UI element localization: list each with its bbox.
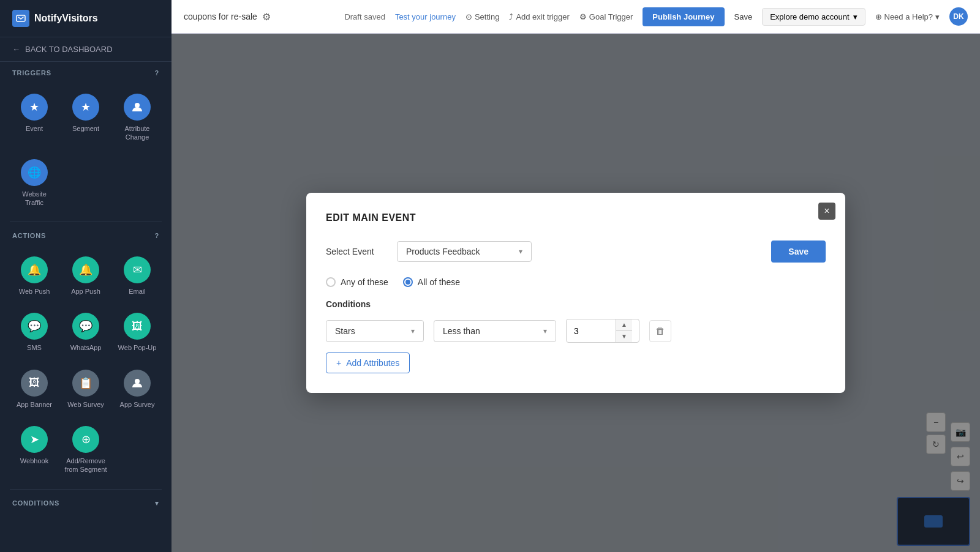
triggers-grid: ★ Event ★ Segment Attribute Change 🌐 Web… bbox=[0, 81, 172, 219]
condition-operator-dropdown[interactable]: Less than ▾ bbox=[434, 320, 556, 342]
radio-any-of-these[interactable]: Any of these bbox=[326, 277, 388, 287]
sidebar-item-web-popup[interactable]: 🖼 Web Pop-Up bbox=[113, 305, 162, 359]
sidebar-item-event[interactable]: ★ Event bbox=[10, 86, 59, 149]
event-label: Event bbox=[26, 124, 43, 133]
sidebar-item-add-remove-segment[interactable]: ⊕ Add/Remove from Segment bbox=[61, 419, 110, 482]
svg-point-2 bbox=[135, 379, 140, 384]
selected-event-value: Products Feedback bbox=[406, 247, 480, 256]
triggers-section-header: TRIGGERS ? bbox=[0, 62, 172, 81]
app-survey-label: App Survey bbox=[120, 400, 155, 409]
condition-operator-value: Less than bbox=[443, 326, 480, 336]
web-popup-label: Web Pop-Up bbox=[118, 343, 157, 352]
radio-all-of-these[interactable]: All of these bbox=[403, 277, 460, 287]
divider-1 bbox=[10, 222, 162, 222]
goal-icon: ⚙ bbox=[579, 12, 587, 21]
app-push-label: App Push bbox=[71, 287, 100, 296]
event-dropdown[interactable]: Products Feedback ▾ bbox=[397, 241, 532, 262]
svg-rect-0 bbox=[17, 15, 25, 21]
explore-chevron-icon: ▾ bbox=[853, 12, 858, 21]
trash-icon: 🗑 bbox=[655, 326, 665, 337]
number-controls: ▲ ▼ bbox=[616, 319, 632, 342]
add-attributes-button[interactable]: + Add Attributes bbox=[326, 352, 410, 373]
sidebar: NotifyVisitors ← BACK TO DASHBOARD TRIGG… bbox=[0, 0, 172, 552]
explore-demo-button[interactable]: Explore demo account ▾ bbox=[762, 8, 865, 26]
web-push-label: Web Push bbox=[19, 287, 50, 296]
app-banner-icon: 🖼 bbox=[21, 370, 48, 397]
delete-condition-button[interactable]: 🗑 bbox=[649, 320, 671, 342]
setting-icon: ⊙ bbox=[466, 12, 472, 21]
website-traffic-label: Website Traffic bbox=[12, 190, 56, 207]
goal-trigger-button[interactable]: ⚙ Goal Trigger bbox=[579, 12, 633, 21]
conditions-label: CONDITIONS bbox=[12, 499, 59, 507]
sms-label: SMS bbox=[27, 343, 42, 352]
sidebar-item-web-push[interactable]: 🔔 Web Push bbox=[10, 249, 59, 303]
radio-any-circle bbox=[326, 277, 336, 287]
add-remove-segment-label: Add/Remove from Segment bbox=[64, 457, 108, 474]
radio-all-label: All of these bbox=[418, 277, 460, 287]
conditions-section-header: CONDITIONS ▾ bbox=[0, 492, 172, 512]
back-to-dashboard[interactable]: ← BACK TO DASHBOARD bbox=[0, 37, 172, 62]
modal-save-button[interactable]: Save bbox=[771, 241, 826, 263]
sidebar-item-web-survey[interactable]: 📋 Web Survey bbox=[61, 362, 110, 416]
draft-status: Draft saved bbox=[344, 12, 385, 21]
attribute-change-icon bbox=[124, 94, 151, 121]
web-survey-label: Web Survey bbox=[67, 400, 104, 409]
test-journey-link[interactable]: Test your journey bbox=[395, 12, 456, 21]
modal-title: EDIT MAIN EVENT bbox=[326, 212, 826, 223]
select-event-label: Select Event bbox=[326, 247, 387, 256]
number-increment-button[interactable]: ▲ bbox=[616, 319, 632, 331]
sidebar-item-app-banner[interactable]: 🖼 App Banner bbox=[10, 362, 59, 416]
app-logo: NotifyVisitors bbox=[0, 0, 172, 37]
edit-main-event-modal: × EDIT MAIN EVENT Select Event Products … bbox=[306, 193, 845, 393]
condition-attribute-dropdown[interactable]: Stars ▾ bbox=[326, 320, 424, 342]
condition-value-input-group: 3 ▲ ▼ bbox=[566, 319, 639, 343]
app-push-icon: 🔔 bbox=[72, 256, 99, 283]
publish-journey-button[interactable]: Publish Journey bbox=[643, 7, 724, 26]
sidebar-item-app-survey[interactable]: App Survey bbox=[113, 362, 162, 416]
event-dropdown-chevron-icon: ▾ bbox=[519, 247, 522, 256]
segment-icon: ★ bbox=[72, 94, 99, 121]
sidebar-item-attribute-change[interactable]: Attribute Change bbox=[113, 86, 162, 149]
journey-title: coupons for re-sale ⚙ bbox=[184, 11, 271, 23]
sidebar-item-webhook[interactable]: ➤ Webhook bbox=[10, 419, 59, 482]
whatsapp-icon: 💬 bbox=[72, 313, 99, 340]
help-button[interactable]: ⊕ Need a Help? ▾ bbox=[875, 12, 940, 21]
sidebar-item-whatsapp[interactable]: 💬 WhatsApp bbox=[61, 305, 110, 359]
sidebar-item-segment[interactable]: ★ Segment bbox=[61, 86, 110, 149]
condition-value-input[interactable]: 3 bbox=[567, 321, 616, 341]
condition-attribute-value: Stars bbox=[335, 326, 355, 336]
sidebar-item-email[interactable]: ✉ Email bbox=[113, 249, 162, 303]
number-decrement-button[interactable]: ▼ bbox=[616, 331, 632, 342]
sidebar-item-website-traffic[interactable]: 🌐 Website Traffic bbox=[10, 152, 59, 215]
web-popup-icon: 🖼 bbox=[124, 313, 151, 340]
logo-icon bbox=[12, 10, 29, 27]
sidebar-item-sms[interactable]: 💬 SMS bbox=[10, 305, 59, 359]
operator-dropdown-chevron-icon: ▾ bbox=[543, 327, 547, 335]
user-avatar[interactable]: DK bbox=[949, 7, 968, 26]
radio-all-circle bbox=[403, 277, 413, 287]
setting-button[interactable]: ⊙ Setting bbox=[466, 12, 499, 21]
help-chevron-icon: ▾ bbox=[935, 12, 940, 21]
journey-settings-icon[interactable]: ⚙ bbox=[262, 11, 271, 23]
webhook-icon: ➤ bbox=[21, 426, 48, 453]
actions-help-icon: ? bbox=[154, 232, 159, 239]
svg-point-1 bbox=[135, 103, 140, 108]
modal-close-button[interactable]: × bbox=[818, 203, 835, 220]
add-remove-segment-icon: ⊕ bbox=[72, 426, 99, 453]
help-icon: ⊕ bbox=[875, 12, 882, 21]
radio-any-label: Any of these bbox=[341, 277, 388, 287]
actions-label: ACTIONS bbox=[12, 232, 46, 239]
triggers-help-icon: ? bbox=[154, 69, 159, 76]
exit-icon: ⤴ bbox=[509, 12, 513, 21]
condition-row-1: Stars ▾ Less than ▾ 3 ▲ ▼ 🗑 bbox=[326, 319, 826, 343]
conditions-chevron-icon: ▾ bbox=[155, 499, 159, 507]
plus-icon: + bbox=[336, 358, 341, 368]
conditions-heading: Conditions bbox=[326, 299, 826, 309]
save-button[interactable]: Save bbox=[734, 12, 753, 21]
app-name: NotifyVisitors bbox=[34, 13, 98, 24]
actions-section-header: ACTIONS ? bbox=[0, 225, 172, 244]
web-push-icon: 🔔 bbox=[21, 256, 48, 283]
webhook-label: Webhook bbox=[20, 457, 48, 465]
exit-trigger-button[interactable]: ⤴ Add exit trigger bbox=[509, 12, 569, 21]
sidebar-item-app-push[interactable]: 🔔 App Push bbox=[61, 249, 110, 303]
